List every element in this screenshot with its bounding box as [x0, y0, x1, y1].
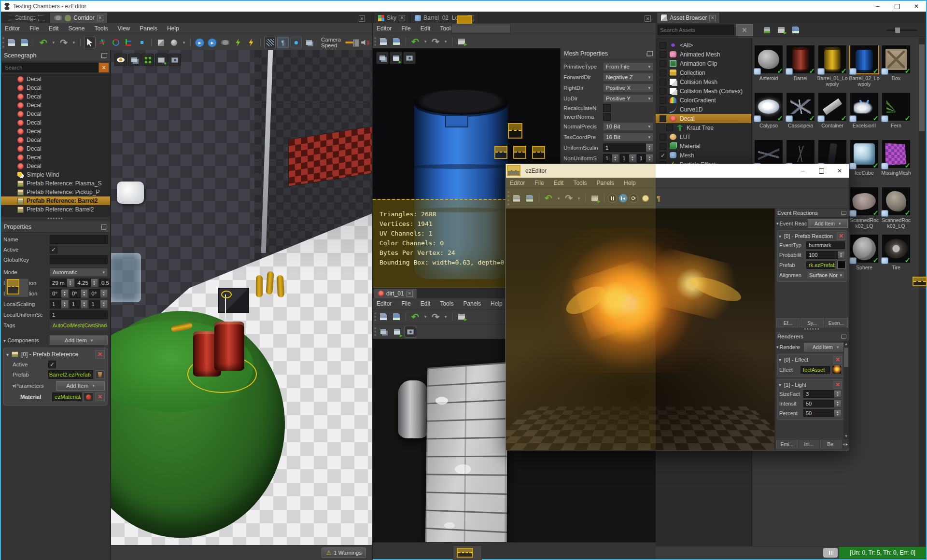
menu-item[interactable]: Edit	[421, 300, 431, 307]
remove-renderer-icon[interactable]	[833, 381, 842, 389]
asset-thumbnail[interactable]: Barrel_02_Lowpoly	[849, 45, 880, 93]
menu-item[interactable]: View	[117, 25, 130, 32]
ez-icon[interactable]: Settings	[2, 12, 49, 23]
asset-thumbnail[interactable]: ScannedRock02_LQ	[849, 187, 880, 235]
scenegraph-item[interactable]: Decal	[1, 110, 110, 118]
toolbar-icon[interactable]	[604, 194, 604, 203]
asset-type-item[interactable]: <All>	[656, 41, 751, 50]
caret-icon[interactable]	[422, 311, 428, 322]
reaction-prefab-input[interactable]: rk.ezPrefab	[806, 261, 835, 269]
menu-item[interactable]: Edit	[421, 25, 431, 32]
loop-icon[interactable]	[629, 194, 638, 203]
minimize-button[interactable]: ─	[794, 168, 812, 174]
effect-thumb-button[interactable]	[832, 365, 842, 374]
menu-item[interactable]: Edit	[49, 25, 59, 32]
menu-item[interactable]: Help	[624, 180, 636, 186]
expand-icon[interactable]	[142, 54, 154, 66]
db-icon[interactable]	[761, 24, 772, 36]
menu-item[interactable]: File	[29, 25, 39, 32]
save-icon[interactable]	[378, 311, 389, 322]
primitive-type-dropdown[interactable]: From File	[603, 62, 653, 71]
toolbar-icon[interactable]	[406, 37, 406, 46]
scenegraph-item[interactable]: Decal	[1, 92, 110, 101]
toolbar-icon[interactable]	[406, 312, 406, 321]
nu-z[interactable]: 1	[637, 154, 653, 163]
cube-icon[interactable]	[155, 37, 167, 48]
particle-titlebar[interactable]: ezEditor ─ ✕	[506, 164, 849, 178]
event-type-input[interactable]: burnmark	[806, 241, 845, 249]
close-button[interactable]: ✕	[830, 168, 849, 174]
maximize-button[interactable]	[812, 168, 830, 174]
prefab-swatch-button[interactable]	[837, 261, 845, 269]
toolbar-icon[interactable]	[260, 38, 261, 47]
snap-dot-icon[interactable]	[136, 37, 148, 48]
save-all-icon[interactable]	[391, 36, 402, 47]
gizmo-rotate-icon[interactable]	[110, 37, 122, 48]
undo-icon[interactable]	[409, 36, 421, 47]
asset-thumbnail[interactable]: ExcelsiorII	[849, 93, 880, 140]
forward-dir-dropdown[interactable]: Negative Z	[603, 73, 653, 82]
percentage-spinner[interactable]: 50	[803, 409, 842, 417]
component-active-checkbox[interactable]	[48, 361, 56, 368]
asset-scrollbar[interactable]	[919, 38, 925, 546]
menu-item[interactable]: Panels	[596, 180, 614, 186]
menu-item[interactable]: Editor	[377, 25, 392, 32]
redo-icon[interactable]	[430, 311, 441, 322]
probability-spinner[interactable]: 100	[806, 251, 845, 259]
components-add-item-button[interactable]: Add Item	[50, 336, 108, 345]
menu-item[interactable]: Tools	[94, 25, 108, 32]
asset-thumbnail[interactable]: Asteroid	[753, 45, 784, 93]
asset-thumbnail[interactable]: IceCube	[849, 140, 880, 187]
asset-thumbnail[interactable]: Barrel_01_Lowpoly	[817, 45, 848, 93]
caret-icon[interactable]	[51, 37, 56, 48]
window-export-icon[interactable]	[391, 326, 403, 337]
caret-icon[interactable]	[576, 193, 582, 204]
parameters-add-item-button[interactable]: Add Item	[56, 381, 105, 391]
undo-icon[interactable]	[409, 311, 421, 322]
tab-scroll-left-icon[interactable]: ◂	[843, 442, 845, 447]
pause-icon[interactable]	[608, 194, 617, 203]
scenegraph-item[interactable]: Decal	[1, 127, 110, 136]
tab-close-icon[interactable]	[97, 15, 103, 21]
type-filter-checkbox[interactable]	[660, 134, 666, 140]
asset-type-item[interactable]: LUT	[656, 132, 751, 141]
pause-processing-button[interactable]	[823, 548, 838, 558]
menu-item[interactable]: Help	[167, 25, 179, 32]
tab-close-icon[interactable]	[399, 15, 405, 21]
scenegraph-item[interactable]: Decal	[1, 118, 110, 127]
remove-reaction-icon[interactable]	[837, 232, 845, 240]
remove-renderer-icon[interactable]	[833, 356, 842, 364]
gizmo-translate-icon[interactable]	[97, 37, 109, 48]
asset-type-item[interactable]: Decal	[656, 114, 751, 123]
tags-dropdown[interactable]: AutoColMesh|CastShadow	[50, 321, 108, 330]
dock-tab[interactable]: Ef...	[776, 318, 800, 327]
pos-y[interactable]: 4.25	[75, 279, 98, 287]
toolbar-icon[interactable]	[452, 37, 452, 46]
asset-type-item[interactable]: Animation Clip	[656, 59, 751, 68]
scenegraph-item[interactable]: Decal	[1, 153, 110, 162]
type-filter-checkbox[interactable]	[660, 106, 666, 113]
save-all-icon[interactable]	[524, 193, 535, 204]
menu-item[interactable]: Scene	[68, 25, 84, 32]
active-checkbox[interactable]	[50, 246, 57, 253]
document-tab[interactable]: dirt_01	[374, 288, 417, 298]
maximize-button[interactable]	[887, 4, 907, 9]
toolbar-icon[interactable]	[34, 38, 34, 47]
dock-tab[interactable]: Even...	[825, 318, 848, 327]
play2-icon[interactable]	[208, 38, 217, 47]
minimize-button[interactable]: ─	[868, 3, 887, 9]
remove-component-icon[interactable]	[95, 350, 105, 359]
asset-type-item[interactable]: Collision Mesh	[656, 77, 751, 86]
save-all-icon[interactable]	[19, 37, 30, 48]
dot-toggle-icon[interactable]	[290, 37, 302, 48]
event-add-item-button[interactable]: Add Item	[808, 219, 848, 228]
record-icon[interactable]	[404, 52, 415, 64]
layers-icon[interactable]	[303, 37, 315, 48]
nu-x[interactable]: 1	[603, 154, 619, 163]
redo-icon[interactable]	[58, 37, 70, 48]
tab-close-icon[interactable]	[38, 15, 44, 21]
thumbnail-size-slider[interactable]	[886, 29, 917, 31]
type-filter-checkbox[interactable]	[660, 79, 666, 85]
layers-icon[interactable]	[377, 52, 388, 64]
float-panel-icon[interactable]	[647, 51, 653, 56]
